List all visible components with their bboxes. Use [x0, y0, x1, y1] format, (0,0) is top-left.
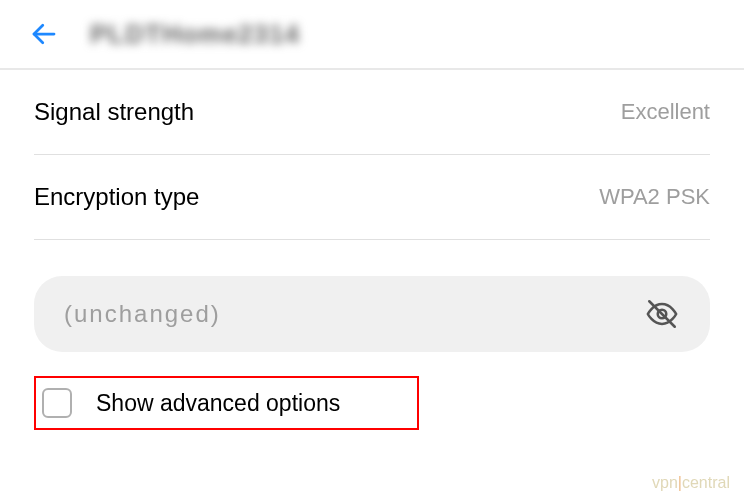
advanced-options-checkbox[interactable] — [42, 388, 72, 418]
page-title: PLDTHome2314 — [90, 19, 300, 50]
content-area: Signal strength Excellent Encryption typ… — [0, 70, 744, 430]
password-input[interactable]: (unchanged) — [34, 276, 710, 352]
encryption-type-row: Encryption type WPA2 PSK — [34, 155, 710, 240]
encryption-type-label: Encryption type — [34, 183, 199, 211]
signal-strength-row: Signal strength Excellent — [34, 70, 710, 155]
signal-strength-value: Excellent — [621, 99, 710, 125]
signal-strength-label: Signal strength — [34, 98, 194, 126]
show-advanced-options-row[interactable]: Show advanced options — [34, 376, 419, 430]
visibility-off-icon[interactable] — [644, 296, 680, 332]
watermark-right: central — [682, 474, 730, 491]
watermark-left: vpn — [652, 474, 678, 491]
password-placeholder: (unchanged) — [64, 300, 221, 328]
header-bar: PLDTHome2314 — [0, 0, 744, 70]
encryption-type-value: WPA2 PSK — [599, 184, 710, 210]
back-arrow-icon[interactable] — [28, 18, 60, 50]
advanced-options-label: Show advanced options — [96, 390, 340, 417]
watermark: vpn|central — [652, 474, 730, 492]
